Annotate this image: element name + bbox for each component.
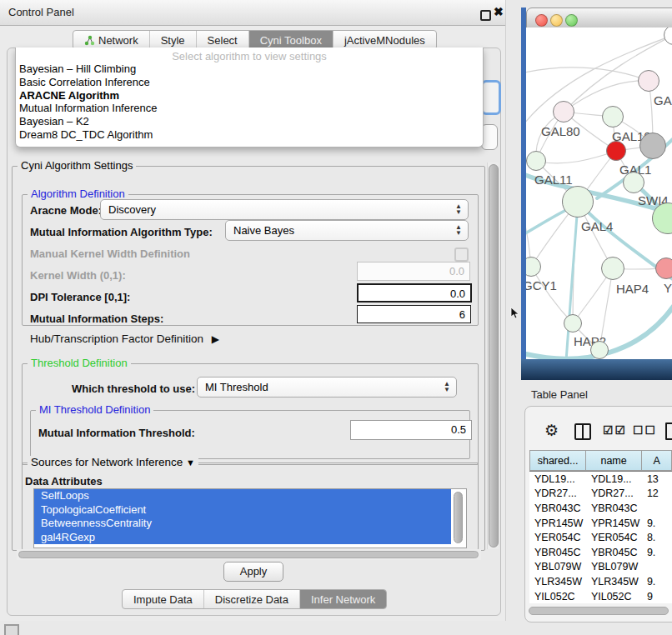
horizontal-scrollbar-thumb[interactable]: [18, 551, 479, 558]
select-all-checkboxes-icon[interactable]: ☑☑: [603, 423, 627, 437]
expand-arrow-icon: ▶: [212, 333, 219, 345]
network-node-gal1[interactable]: [606, 141, 626, 161]
window-frame-bottom: [521, 359, 672, 380]
vertical-scrollbar-track[interactable]: [487, 162, 499, 549]
float-panel-icon[interactable]: [480, 10, 491, 21]
gear-icon[interactable]: ⚙: [544, 421, 559, 440]
table-header-row: shared... name A: [529, 450, 672, 472]
network-node-label: GAL: [654, 93, 672, 108]
mi-steps-field[interactable]: 6: [357, 305, 471, 323]
network-window-titlebar[interactable]: [526, 8, 672, 29]
tab-jactivemnodules[interactable]: jActiveMNodules: [333, 31, 436, 49]
minimize-traffic-light[interactable]: [550, 14, 563, 27]
tab-style[interactable]: Style: [150, 31, 197, 49]
document-icon[interactable]: [665, 422, 672, 440]
table-row[interactable]: YER054CYER054C8.: [529, 530, 672, 545]
table-row[interactable]: YDL19...YDL19...13: [529, 472, 672, 487]
vertical-scrollbar-thumb[interactable]: [489, 164, 499, 548]
spinner-icon: ▲▼: [455, 203, 462, 215]
mi-type-value: Naive Bayes: [233, 224, 294, 237]
column-header-name[interactable]: name: [586, 450, 642, 471]
aracne-mode-combo[interactable]: Discovery ▲▼: [100, 199, 469, 220]
mi-type-combo[interactable]: Naive Bayes ▲▼: [225, 220, 469, 241]
apply-button[interactable]: Apply: [223, 562, 283, 582]
algorithm-option[interactable]: Mutual Information Inference: [16, 102, 483, 115]
table-cell: YBR043C: [529, 502, 586, 514]
tab-discretize-data[interactable]: Discretize Data: [204, 590, 300, 608]
data-attribute-item[interactable]: BetweennessCentrality: [34, 517, 451, 531]
data-attributes-list[interactable]: SelfLoopsTopologicalCoefficientBetweenne…: [33, 488, 467, 548]
network-node-gcy1[interactable]: [526, 257, 541, 277]
table-cell: YLR345W: [586, 576, 642, 588]
network-node-hap2[interactable]: [564, 314, 582, 332]
table-row[interactable]: YDR27...YDR27...12: [529, 487, 672, 502]
table-cell: YBR043C: [586, 502, 642, 514]
column-layout-icon[interactable]: [574, 423, 591, 440]
hub-section-toggle[interactable]: Hub/Transcription Factor Definition ▶: [30, 332, 219, 345]
deselect-all-checkboxes-icon[interactable]: ☐☐: [633, 423, 657, 437]
table-body: YDL19...YDL19...13YDR27...YDR27...12YBR0…: [529, 472, 672, 603]
network-node-hap4[interactable]: [601, 257, 624, 280]
tab-infer-network[interactable]: Infer Network: [300, 590, 386, 608]
data-attribute-item[interactable]: gal4RGexp: [34, 531, 451, 545]
algorithm-option[interactable]: Dream8 DC_TDC Algorithm: [16, 128, 483, 142]
algorithm-option[interactable]: Basic Correlation Inference: [16, 76, 483, 89]
tab-cyni-toolbox[interactable]: Cyni Toolbox: [249, 31, 333, 49]
network-node[interactable]: [639, 132, 666, 159]
network-node-gal11[interactable]: [526, 151, 546, 171]
network-node-gal4[interactable]: [562, 186, 594, 218]
algorithm-combo-partial[interactable]: [481, 80, 501, 115]
table-cell: YER054C: [529, 532, 586, 543]
manual-kernel-checkbox[interactable]: [454, 248, 469, 262]
dpi-tolerance-field[interactable]: 0.0: [357, 283, 472, 302]
cyni-bottom-tabs: Impute Data Discretize Data Infer Networ…: [122, 589, 387, 609]
column-header-shared[interactable]: shared...: [529, 450, 586, 471]
table-cell: YER054C: [586, 532, 642, 543]
table-hscrollbar-thumb[interactable]: [529, 607, 669, 615]
algorithm-option[interactable]: ARACNE Algorithm: [16, 89, 483, 102]
threshold-definition-title: Threshold Definition: [28, 357, 131, 369]
list-scrollbar-thumb[interactable]: [454, 492, 463, 543]
table-row[interactable]: YBR045CYBR045C9.: [529, 545, 672, 560]
close-icon[interactable]: ✖: [494, 5, 504, 18]
which-threshold-combo[interactable]: MI Threshold ▲▼: [197, 377, 457, 398]
data-table-combo-partial[interactable]: [481, 124, 498, 150]
data-attribute-item[interactable]: TopologicalCoefficient: [34, 503, 451, 518]
data-attribute-item[interactable]: SelfLoops: [34, 489, 451, 503]
algorithm-option[interactable]: Bayesian – K2: [16, 115, 483, 128]
table-cell: YBL079W: [529, 561, 586, 572]
network-node[interactable]: [652, 202, 672, 234]
sources-group-title[interactable]: Sources for Network Inference ▼: [28, 456, 198, 468]
network-node-gal10[interactable]: [602, 106, 624, 128]
network-node[interactable]: [664, 28, 672, 45]
table-row[interactable]: YIL052CYIL052C9: [529, 589, 672, 604]
tab-select[interactable]: Select: [197, 31, 249, 49]
table-row[interactable]: YBR043CYBR043C: [529, 501, 672, 516]
network-node-gal80[interactable]: [553, 101, 574, 122]
table-cell: 9.: [642, 518, 672, 529]
table-cell: 13: [642, 473, 672, 485]
algorithm-option[interactable]: Bayesian – Hill Climbing: [16, 62, 483, 76]
zoom-traffic-light[interactable]: [565, 14, 578, 27]
table-row[interactable]: YLR345WYLR345W9.: [529, 574, 672, 589]
column-header-partial[interactable]: A: [642, 450, 672, 471]
tab-impute-data[interactable]: Impute Data: [123, 590, 204, 608]
close-traffic-light[interactable]: [535, 14, 548, 27]
table-row[interactable]: YPR145WYPR145W9.: [529, 516, 672, 531]
horizontal-scrollbar-track[interactable]: [17, 549, 481, 560]
tab-network[interactable]: Network: [73, 31, 150, 49]
mi-threshold-field[interactable]: 0.5: [350, 420, 472, 440]
table-cell: 9.: [642, 547, 672, 558]
table-cell: YPR145W: [586, 518, 642, 529]
network-node-y[interactable]: [655, 258, 672, 279]
network-canvas[interactable]: GAL80GALGAL10GAL1GAL11SWI4GAL4GCY1HAP4YH…: [526, 28, 672, 359]
table-cell: 9: [642, 591, 672, 602]
table-row[interactable]: YBL079WYBL079W: [529, 560, 672, 575]
network-node[interactable]: [590, 341, 609, 359]
panel-grip-icon[interactable]: [4, 624, 19, 635]
network-node-swi4[interactable]: [623, 172, 644, 193]
table-hscrollbar-track[interactable]: [528, 606, 669, 615]
table-cell: 12: [642, 488, 672, 499]
network-node-gal[interactable]: [638, 70, 659, 92]
kernel-width-field[interactable]: 0.0: [357, 262, 470, 281]
